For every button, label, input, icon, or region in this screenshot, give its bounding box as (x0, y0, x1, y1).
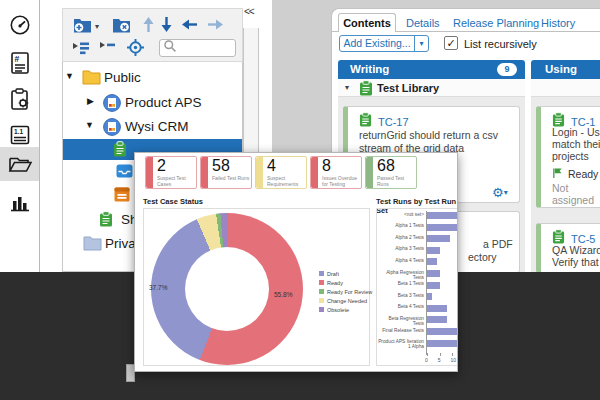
tab-details[interactable]: Details (406, 17, 440, 29)
expand-all-icon[interactable] (73, 42, 90, 55)
bar-category-label: Beta Regression Tests (378, 316, 424, 326)
tab-contents[interactable]: Contents (338, 13, 396, 32)
legend-label: Ready (327, 280, 343, 286)
status-label: Ready (568, 168, 598, 180)
chart-legend: DraftReadyReady For ReviewChange NeededO… (319, 269, 372, 314)
arrow-down-icon[interactable] (160, 16, 173, 33)
new-folder-menu-caret[interactable]: ▾ (95, 22, 99, 31)
pie-chart-title: Test Case Status (143, 197, 203, 206)
dashboard-overlay: 2Suspect Test Cases58Failed Test Runs4Su… (134, 152, 458, 372)
list-recursively-checkbox[interactable]: ✓ (444, 36, 458, 50)
bar-category-label: Alpha 1 Tests (378, 223, 424, 228)
test-library-label: Test Library (377, 82, 439, 94)
pie-label-draft: 37.7% (149, 284, 167, 291)
stat-card-issues-overdue-for-testing: 8Issues Overdue for Testing (310, 156, 362, 189)
tree-expand-caret-open[interactable]: ▼ (85, 120, 94, 130)
test-runs-bar-chart: <not set>Alpha 1 TestsAlpha 2 TestsAlpha… (376, 208, 458, 366)
stat-label: Suspect Requirements (267, 176, 305, 187)
stat-label: Issues Overdue for Testing (322, 176, 360, 187)
add-existing-label[interactable]: Add Existing... (340, 36, 414, 51)
folder-blue-icon (83, 235, 102, 255)
card-text-fragment: ectory (468, 251, 497, 263)
tree-item-product-aps[interactable]: ▶Product APS (63, 92, 242, 113)
stat-value: 4 (267, 157, 276, 175)
bar-category-label: Alpha 2 Tests (378, 235, 424, 240)
legend-swatch (319, 298, 324, 303)
axis-tick (440, 353, 441, 356)
tree-item-label: Public (104, 70, 141, 85)
using-column-header[interactable]: Using (531, 60, 600, 79)
collapse-panel-button[interactable]: << (244, 6, 254, 17)
card-tc-1[interactable]: TC-1 Login - User match their s projects… (536, 106, 600, 208)
reports-chart-icon[interactable] (0, 185, 39, 219)
stat-label: Failed Test Runs (212, 176, 250, 182)
stat-value: 8 (322, 157, 331, 175)
collapse-all-icon[interactable] (99, 42, 115, 54)
bar-alpha-regression-tests (427, 270, 440, 277)
bar-beta-3-tests (427, 293, 432, 300)
writing-count-badge: 9 (497, 63, 517, 76)
tree-item-label: Product APS (125, 95, 202, 110)
card-text-line: Verify that th (552, 256, 600, 269)
work-items-document-icon[interactable]: # (0, 46, 39, 80)
stat-value: 68 (377, 157, 395, 175)
arrow-left-icon[interactable] (181, 18, 198, 31)
search-input[interactable] (159, 39, 236, 57)
stat-card-passed-test-runs: 68Passed Test Runs (365, 156, 417, 189)
stat-value: 2 (157, 157, 166, 175)
tab-history[interactable]: History (541, 17, 575, 29)
bar-category-label: Alpha 4 Tests (378, 258, 424, 263)
tab-release-planning[interactable]: Release Planning (453, 17, 539, 29)
dashboard-gauge-icon[interactable] (0, 8, 39, 42)
stat-value: 58 (212, 157, 230, 175)
bar-alpha-1-tests (427, 224, 458, 231)
donut-hole (185, 247, 269, 331)
tree-item-public[interactable]: ▼Public (63, 67, 242, 88)
tree-item-wysi-crm[interactable]: ▼Wysi CRM (63, 116, 242, 137)
tree-expand-caret-open[interactable]: ▼ (65, 71, 74, 81)
folder-orange-icon (114, 187, 130, 206)
open-folder-icon[interactable] (0, 147, 39, 181)
locate-icon[interactable] (127, 39, 144, 56)
stat-stripe (256, 157, 263, 188)
add-existing-dropdown-caret[interactable]: ▾ (414, 36, 428, 51)
bar--not-set- (427, 212, 458, 219)
stat-card-suspect-test-cases: 2Suspect Test Cases (145, 156, 197, 189)
writing-column-header[interactable]: Writing 9 (338, 60, 525, 79)
card-tc-5[interactable]: TC-5 QA Wizard F Verify that th (536, 223, 600, 272)
arrow-up-icon[interactable] (142, 16, 155, 33)
test-management-clipboard-icon[interactable] (0, 82, 39, 116)
testcase-icon (113, 141, 127, 161)
left-icon-bar: # 1.1 (0, 0, 40, 272)
gear-icon[interactable]: ⚙▾ (492, 185, 508, 200)
legend-item-ready: Ready (319, 278, 372, 287)
axis-tick-label: 0 (425, 357, 428, 363)
bar-category-label: Product APS Iteration 1 Alpha (378, 339, 424, 349)
delete-folder-icon[interactable] (112, 17, 131, 33)
using-column-title: Using (545, 63, 577, 75)
bar-alpha-3-tests (427, 247, 440, 254)
test-case-status-chart: 37.7% 55.8% DraftReadyReady For ReviewCh… (143, 208, 370, 366)
chevron-down-icon[interactable]: ▾ (345, 83, 349, 92)
tree-expand-caret-closed[interactable]: ▶ (87, 96, 94, 106)
legend-item-obsolete: Obsolete (319, 305, 372, 314)
arrow-right-icon[interactable] (207, 18, 224, 31)
axis-tick (452, 353, 453, 356)
card-text-line: projects (552, 150, 589, 163)
axis-tick (427, 353, 428, 356)
bar-product-aps-iteration-1-alpha (427, 340, 458, 347)
tree-toolbar: ▾ (62, 8, 243, 62)
flag-icon (552, 165, 563, 183)
add-existing-button[interactable]: Add Existing... ▾ (339, 35, 429, 52)
axis-tick-label: 10 (450, 357, 456, 363)
card-id-link[interactable]: TC-17 (378, 116, 409, 128)
test-library-group-row[interactable]: ▾ Test Library (338, 79, 525, 97)
svg-text:#: # (14, 54, 19, 64)
card-id-link[interactable]: TC-5 (571, 233, 595, 245)
legend-item-change-needed: Change Needed (319, 296, 372, 305)
new-folder-icon[interactable] (73, 17, 92, 33)
bar-category-label: <not set> (378, 212, 424, 217)
legend-swatch (319, 289, 324, 294)
bar-alpha-2-tests (427, 235, 450, 242)
writing-column-title: Writing (350, 63, 389, 75)
